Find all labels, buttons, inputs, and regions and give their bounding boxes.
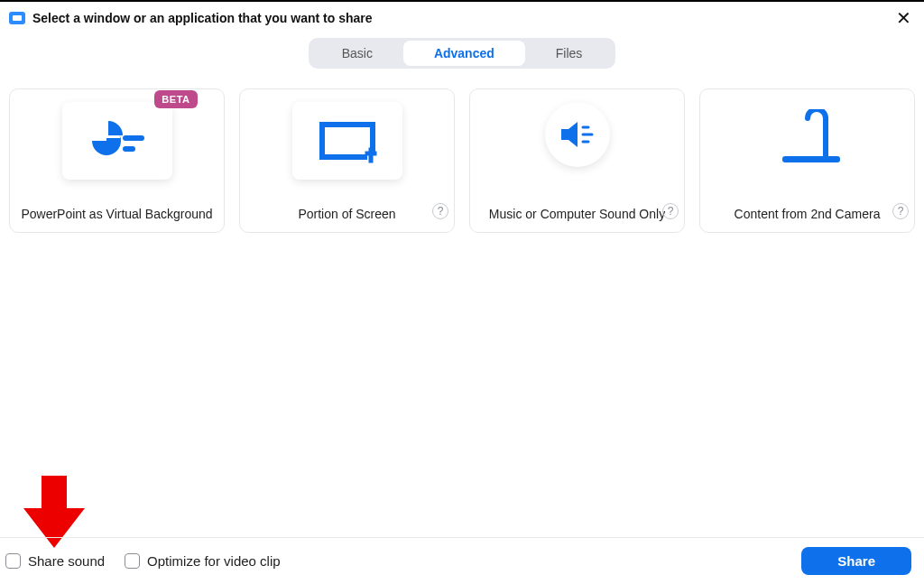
tab-advanced[interactable]: Advanced <box>403 41 525 66</box>
footer-bar: Share sound Optimize for video clip Shar… <box>0 537 924 584</box>
share-button[interactable]: Share <box>801 547 911 575</box>
sound-thumbnail <box>545 102 610 167</box>
close-icon: ✕ <box>896 8 911 28</box>
option-label: Portion of Screen <box>298 207 395 221</box>
tabs-container: Basic Advanced Files <box>0 38 924 69</box>
zoom-app-icon <box>9 12 25 24</box>
help-icon[interactable]: ? <box>662 203 679 219</box>
camera-thumbnail <box>764 102 851 180</box>
crop-rectangle-icon <box>315 117 380 164</box>
option-portion-of-screen[interactable]: Portion of Screen ? <box>239 88 455 233</box>
option-label: Content from 2nd Camera <box>735 207 881 221</box>
portion-thumbnail <box>292 102 402 180</box>
window-title: Select a window or an application that y… <box>32 11 373 25</box>
checkbox-box-icon <box>5 553 21 569</box>
tab-basic[interactable]: Basic <box>311 41 403 66</box>
document-camera-icon <box>764 109 851 172</box>
svg-rect-1 <box>123 146 135 152</box>
checkbox-box-icon <box>125 553 140 569</box>
tabs: Basic Advanced Files <box>309 38 616 69</box>
help-icon[interactable]: ? <box>432 203 448 219</box>
svg-rect-0 <box>123 135 144 141</box>
ppt-thumbnail: BETA <box>62 102 172 180</box>
presentation-pie-icon <box>85 119 150 162</box>
svg-rect-4 <box>823 116 828 156</box>
optimize-video-label: Optimize for video clip <box>147 553 281 569</box>
option-second-camera[interactable]: Content from 2nd Camera ? <box>699 88 915 233</box>
share-sound-checkbox[interactable]: Share sound <box>5 553 105 569</box>
help-icon[interactable]: ? <box>892 203 909 219</box>
svg-rect-5 <box>782 156 840 162</box>
close-button[interactable]: ✕ <box>892 7 915 29</box>
title-bar: Select a window or an application that y… <box>0 2 924 34</box>
option-label: PowerPoint as Virtual Background <box>21 207 212 221</box>
option-label: Music or Computer Sound Only <box>489 207 665 221</box>
share-options-grid: BETA PowerPoint as Virtual Background Po… <box>0 69 924 233</box>
optimize-video-checkbox[interactable]: Optimize for video clip <box>125 553 281 569</box>
speaker-sound-icon <box>558 118 597 151</box>
beta-badge: BETA <box>154 90 197 108</box>
share-sound-label: Share sound <box>28 553 105 569</box>
option-computer-sound-only[interactable]: Music or Computer Sound Only ? <box>469 88 685 233</box>
option-powerpoint-virtual-background[interactable]: BETA PowerPoint as Virtual Background <box>9 88 225 233</box>
tab-files[interactable]: Files <box>525 41 614 66</box>
footer-options: Share sound Optimize for video clip <box>5 553 281 569</box>
title-bar-left: Select a window or an application that y… <box>9 11 373 25</box>
